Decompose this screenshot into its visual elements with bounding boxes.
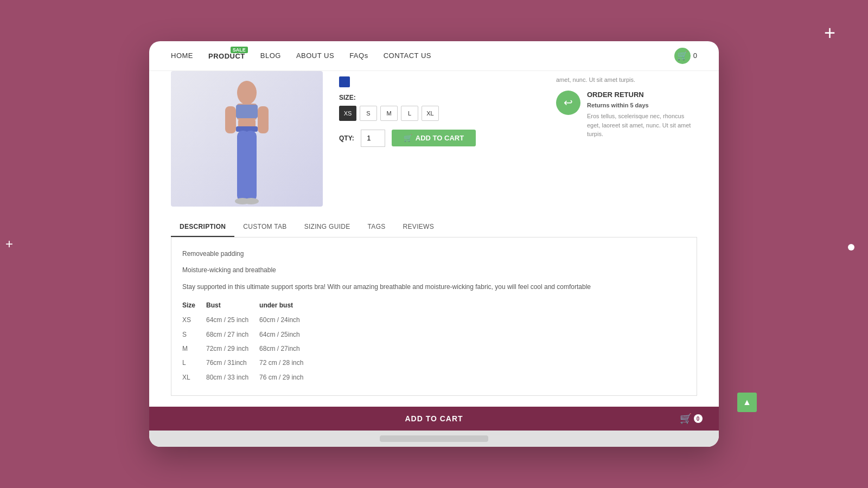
tab-custom[interactable]: CUSTOM TAB — [234, 217, 295, 237]
main-content: SIZE: XS S M L XL QTY: 🛒 ADD TO CART — [149, 71, 719, 217]
size-s[interactable]: S — [360, 106, 377, 121]
return-icon: ↩ — [556, 91, 580, 115]
laptop-frame: HOME PRODUCT SALE BLOG ABOUT US FAQs CON… — [149, 41, 719, 447]
product-image — [171, 71, 323, 207]
table-row: XS64cm / 25 inch60cm / 24inch — [182, 313, 314, 327]
size-xl[interactable]: XL — [422, 106, 439, 121]
nav-product[interactable]: PRODUCT — [208, 52, 245, 60]
return-subtitle: Returns within 5 days — [587, 101, 697, 110]
nav-contact[interactable]: CONTACT US — [384, 52, 431, 60]
qty-label: QTY: — [339, 134, 354, 142]
sidebar-top-text: amet, nunc. Ut sit amet turpis. — [556, 76, 697, 83]
cart-area[interactable]: 🛒 0 — [674, 48, 697, 64]
add-to-cart-label: ADD TO CART — [416, 134, 464, 142]
svg-rect-3 — [225, 106, 236, 133]
tab-content: Removeable padding Moisture-wicking and … — [171, 237, 697, 396]
sale-badge: SALE — [231, 47, 248, 53]
cart-icon: 🛒 — [674, 48, 691, 64]
col-size: Size — [182, 298, 206, 313]
table-row: S68cm / 27 inch64cm / 25inch — [182, 328, 314, 342]
return-description: Eros tellus, scelerisque nec, rhoncus eg… — [587, 112, 697, 139]
nav-home[interactable]: HOME — [171, 52, 193, 60]
laptop-trackpad — [380, 435, 488, 442]
product-figure-svg — [209, 76, 285, 207]
desc-line-3: Stay supported in this ultimate support … — [182, 281, 686, 292]
svg-rect-4 — [258, 106, 269, 133]
svg-rect-6 — [236, 126, 258, 132]
order-return-sidebar: amet, nunc. Ut sit amet turpis. ↩ ORDER … — [556, 71, 697, 207]
svg-rect-8 — [245, 131, 257, 201]
mini-cart-badge: 0 — [694, 414, 703, 423]
nav-faqs[interactable]: FAQs — [349, 52, 368, 60]
sticky-cart-label: ADD TO CART — [405, 414, 463, 423]
desc-line-2: Moisture-wicking and breathable — [182, 265, 686, 275]
order-return-box: ↩ ORDER RETURN Returns within 5 days Ero… — [556, 91, 697, 139]
sticky-cart-icon-area: 🛒 0 — [680, 413, 703, 425]
size-l[interactable]: L — [401, 106, 418, 121]
table-row: L76cm / 31inch72 cm / 28 inch — [182, 356, 314, 370]
plus-icon-top-right: + — [824, 22, 835, 44]
plus-icon-left: + — [5, 236, 13, 252]
tab-nav: DESCRIPTION CUSTOM TAB SIZING GUIDE TAGS… — [171, 217, 697, 237]
table-row: M72cm / 29 inch68cm / 27inch — [182, 342, 314, 356]
qty-input[interactable] — [361, 130, 385, 147]
col-underbust: under bust — [259, 298, 314, 313]
tab-description[interactable]: DESCRIPTION — [171, 217, 234, 237]
size-table: Size Bust under bust XS64cm / 25 inch60c… — [182, 298, 314, 384]
table-row: XL80cm / 33 inch76 cm / 29 inch — [182, 370, 314, 384]
product-details: SIZE: XS S M L XL QTY: 🛒 ADD TO CART — [339, 71, 540, 207]
size-options: XS S M L XL — [339, 106, 540, 121]
scroll-to-top-button[interactable]: ▲ — [737, 393, 757, 412]
nav-links: HOME PRODUCT SALE BLOG ABOUT US FAQs CON… — [171, 51, 674, 61]
size-xs[interactable]: XS — [339, 106, 356, 121]
laptop-bottom — [149, 431, 719, 447]
add-to-cart-button[interactable]: 🛒 ADD TO CART — [392, 130, 476, 146]
nav-product-wrap: PRODUCT SALE — [208, 51, 245, 61]
nav-blog[interactable]: BLOG — [260, 52, 281, 60]
product-image-area — [171, 71, 323, 207]
cart-count: 0 — [693, 52, 697, 60]
svg-point-0 — [237, 81, 257, 105]
tab-reviews[interactable]: REVIEWS — [394, 217, 443, 237]
return-title: ORDER RETURN — [587, 91, 697, 99]
mini-cart-icon: 🛒 — [680, 413, 692, 425]
size-label: SIZE: — [339, 94, 540, 101]
tab-tags[interactable]: TAGS — [359, 217, 394, 237]
return-text: ORDER RETURN Returns within 5 days Eros … — [587, 91, 697, 139]
svg-rect-2 — [236, 105, 258, 118]
tab-sizing[interactable]: SIZING GUIDE — [296, 217, 359, 237]
qty-cart-row: QTY: 🛒 ADD TO CART — [339, 130, 540, 147]
sticky-cart-bar[interactable]: ADD TO CART 🛒 0 — [149, 407, 719, 431]
desc-line-1: Removeable padding — [182, 248, 686, 259]
col-bust: Bust — [206, 298, 259, 313]
dot-right — [848, 244, 854, 251]
size-m[interactable]: M — [380, 106, 398, 121]
tabs-section: DESCRIPTION CUSTOM TAB SIZING GUIDE TAGS… — [149, 217, 719, 396]
color-swatch-blue[interactable] — [339, 76, 350, 87]
nav-about[interactable]: ABOUT US — [296, 52, 334, 60]
cart-icon-btn: 🛒 — [404, 134, 412, 142]
navbar: HOME PRODUCT SALE BLOG ABOUT US FAQs CON… — [149, 41, 719, 71]
svg-point-10 — [244, 198, 259, 204]
color-swatch-row — [339, 76, 540, 87]
